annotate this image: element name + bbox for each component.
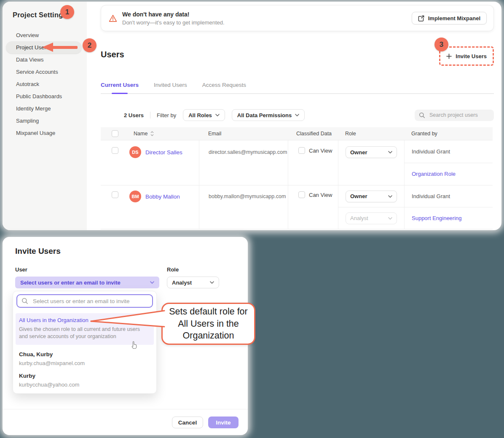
filter-by-label: Filter by bbox=[157, 112, 176, 118]
sidebar-item-project-users[interactable]: Project Users bbox=[6, 41, 82, 54]
invite-users-modal: Invite Users User Select users or enter … bbox=[3, 237, 248, 435]
user-label: User bbox=[15, 266, 159, 273]
dropdown-search-input[interactable] bbox=[32, 298, 148, 305]
annotation-arrow-icon bbox=[42, 43, 53, 52]
divider bbox=[150, 112, 150, 118]
granted-by-cell: Individual Grant Support Engineering bbox=[404, 185, 493, 229]
role-cell: Owner Analyst bbox=[338, 185, 404, 229]
roles-filter-dropdown[interactable]: All Roles bbox=[183, 109, 225, 121]
role-dropdown-disabled[interactable]: Analyst bbox=[346, 212, 397, 224]
sidebar-item-mixpanel-usage[interactable]: Mixpanel Usage bbox=[6, 127, 82, 139]
role-dropdown[interactable]: Owner bbox=[346, 191, 397, 202]
banner-text: We don't have any data! Don't worry—it's… bbox=[122, 11, 225, 26]
users-header-row: Users Invite Users bbox=[101, 50, 494, 66]
implement-mixpanel-button[interactable]: Implement Mixpanel bbox=[412, 12, 487, 24]
sidebar-nav: Overview Project Users Data Views Servic… bbox=[6, 29, 87, 139]
sort-icon bbox=[150, 131, 154, 136]
can-view-checkbox[interactable] bbox=[298, 147, 305, 154]
chevron-down-icon bbox=[215, 114, 220, 116]
search-project-users bbox=[415, 110, 494, 121]
active-tab-indicator bbox=[112, 93, 128, 94]
role-select-dropdown[interactable]: Analyst bbox=[167, 277, 219, 288]
banner-subtitle: Don't worry—it's easy to get implemented… bbox=[122, 19, 225, 26]
external-link-icon bbox=[418, 15, 424, 21]
user-select-dropdown[interactable]: Select users or enter an email to invite bbox=[15, 277, 159, 288]
permissions-filter-dropdown[interactable]: All Data Permissions bbox=[232, 109, 305, 121]
settings-sidebar: Project Settings Overview Project Users … bbox=[3, 2, 87, 230]
role-cell: Owner bbox=[338, 140, 404, 185]
invite-users-button[interactable]: Invite Users bbox=[443, 50, 490, 62]
step-1-badge: 1 bbox=[60, 5, 74, 19]
granted-by-link[interactable]: Support Engineering bbox=[412, 215, 462, 221]
annotation-arrow-bar bbox=[52, 46, 78, 49]
banner-title: We don't have any data! bbox=[122, 11, 225, 18]
sidebar-title: Project Settings bbox=[13, 11, 87, 19]
chevron-down-icon bbox=[388, 195, 392, 198]
cancel-button[interactable]: Cancel bbox=[172, 417, 203, 428]
hand-cursor-icon bbox=[130, 341, 138, 349]
row-checkbox[interactable] bbox=[112, 191, 118, 198]
callout-tail bbox=[90, 305, 168, 330]
select-all-checkbox[interactable] bbox=[112, 130, 118, 137]
name-cell: DS Director Salles bbox=[129, 140, 199, 185]
invite-users-highlight-box: Invite Users bbox=[439, 46, 494, 66]
header-role: Role bbox=[338, 127, 404, 140]
role-field-group: Role Analyst bbox=[159, 266, 219, 288]
sidebar-item-data-views[interactable]: Data Views bbox=[6, 54, 82, 66]
header-name[interactable]: Name bbox=[129, 127, 199, 140]
sidebar-item-identity-merge[interactable]: Identity Merge bbox=[6, 102, 82, 115]
table-header-row: Name Email Classified Data Role Granted … bbox=[101, 127, 493, 140]
role-dropdown[interactable]: Owner bbox=[346, 146, 397, 158]
sidebar-item-service-accounts[interactable]: Service Accounts bbox=[6, 66, 82, 78]
sidebar-item-overview[interactable]: Overview bbox=[6, 29, 82, 41]
granted-by-value: Individual Grant bbox=[412, 193, 450, 199]
user-field-group: User Select users or enter an email to i… bbox=[15, 266, 159, 288]
users-tabs: Current Users Invited Users Access Reque… bbox=[101, 82, 494, 94]
sidebar-item-sampling[interactable]: Sampling bbox=[6, 115, 82, 127]
chevron-down-icon bbox=[295, 114, 299, 116]
table-row: DS Director Salles director.salles@mymus… bbox=[101, 140, 493, 185]
filter-row: 2 Users Filter by All Roles All Data Per… bbox=[101, 109, 494, 121]
header-granted-by: Granted by bbox=[404, 127, 493, 140]
header-email: Email bbox=[199, 127, 288, 140]
tab-access-requests[interactable]: Access Requests bbox=[202, 82, 246, 88]
search-icon bbox=[21, 298, 28, 304]
classified-data-cell: Can View bbox=[288, 140, 338, 185]
user-count: 2 Users bbox=[124, 112, 144, 118]
project-users-content: We don't have any data! Don't worry—it's… bbox=[87, 2, 501, 230]
chevron-down-icon bbox=[150, 281, 154, 284]
granted-by-value: Individual Grant bbox=[412, 148, 450, 155]
search-icon bbox=[419, 112, 425, 118]
modal-footer: Cancel Invite bbox=[3, 409, 248, 435]
invite-button[interactable]: Invite bbox=[208, 417, 239, 428]
sidebar-item-autotrack[interactable]: Autotrack bbox=[6, 78, 82, 90]
chevron-down-icon bbox=[388, 217, 392, 220]
modal-title: Invite Users bbox=[3, 237, 248, 256]
granted-by-cell: Individual Grant Organization Role bbox=[404, 140, 493, 185]
avatar: BM bbox=[129, 191, 141, 202]
project-settings-window: 1 2 3 Project Settings Overview Project … bbox=[3, 2, 501, 230]
granted-by-link[interactable]: Organization Role bbox=[412, 171, 456, 177]
tab-invited-users[interactable]: Invited Users bbox=[154, 82, 187, 88]
user-name-link[interactable]: Bobby Mallon bbox=[145, 193, 180, 200]
tab-current-users[interactable]: Current Users bbox=[101, 82, 139, 88]
header-classified-data: Classified Data bbox=[288, 127, 338, 140]
email-cell: bobby.mallon@mymusicapp.com bbox=[199, 185, 288, 229]
step-3-badge: 3 bbox=[434, 38, 448, 51]
invite-form-row: User Select users or enter an email to i… bbox=[15, 266, 235, 288]
row-checkbox[interactable] bbox=[112, 147, 118, 154]
step-2-badge: 2 bbox=[83, 38, 97, 52]
sidebar-item-public-dashboards[interactable]: Public Dashboards bbox=[6, 90, 82, 102]
no-data-banner: We don't have any data! Don't worry—it's… bbox=[101, 5, 494, 31]
search-project-users-input[interactable] bbox=[429, 112, 490, 118]
can-view-checkbox[interactable] bbox=[298, 191, 305, 198]
role-label: Role bbox=[167, 266, 219, 273]
user-name-link[interactable]: Director Salles bbox=[145, 149, 182, 156]
plus-icon bbox=[446, 54, 452, 59]
chevron-down-icon bbox=[210, 281, 214, 284]
callout-bubble: Sets default role for All Users in the O… bbox=[161, 303, 255, 345]
avatar: DS bbox=[129, 146, 141, 158]
option-user[interactable]: Chua, Kurby kurby.chua@mixpanel.com bbox=[19, 351, 156, 366]
option-user[interactable]: Kurby kurbycchua@yahoo.com bbox=[19, 373, 156, 388]
page-title: Users bbox=[101, 50, 124, 59]
